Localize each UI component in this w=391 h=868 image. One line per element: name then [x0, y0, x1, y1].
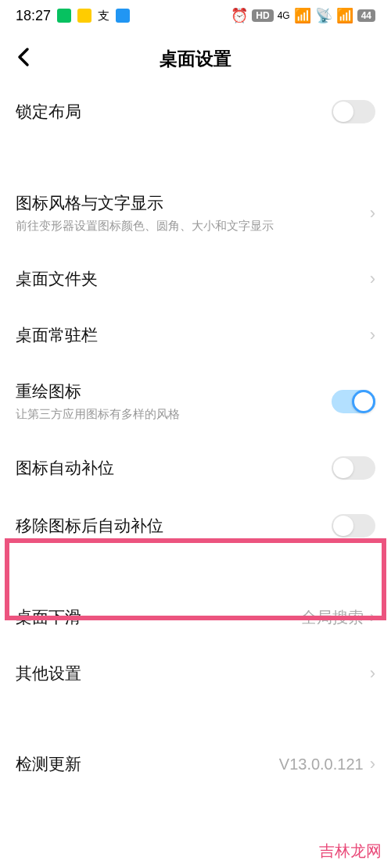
- row-redraw[interactable]: 重绘图标 让第三方应用图标有多样的风格: [16, 363, 375, 439]
- watermark: 吉林龙网: [319, 841, 382, 862]
- wifi-icon-2: 📶: [336, 7, 353, 24]
- row-autofill[interactable]: 图标自动补位: [16, 439, 375, 497]
- content: 锁定布局 图标风格与文字显示 前往变形器设置图标颜色、圆角、大小和文字显示 › …: [0, 86, 391, 792]
- app-icon-2: [116, 9, 130, 23]
- row-swipe-down[interactable]: 桌面下滑 全局搜索 ›: [16, 589, 375, 645]
- status-time: 18:27: [16, 8, 51, 24]
- row-folder[interactable]: 桌面文件夹 ›: [16, 251, 375, 307]
- chevron-right-icon: ›: [370, 269, 375, 289]
- chevron-right-icon: ›: [370, 607, 375, 627]
- wechat-icon: [57, 9, 71, 23]
- row-subtitle: 让第三方应用图标有多样的风格: [16, 407, 332, 422]
- row-value: 全局搜索: [301, 607, 364, 628]
- nav-bar: 桌面设置: [0, 31, 391, 86]
- hd-badge: HD: [252, 9, 273, 22]
- signal-icon: 📶: [294, 7, 311, 24]
- row-title: 其他设置: [16, 663, 370, 684]
- row-title: 图标自动补位: [16, 457, 332, 479]
- toggle-remove-autofill[interactable]: [332, 514, 375, 538]
- row-subtitle: 前往变形器设置图标颜色、圆角、大小和文字显示: [16, 219, 370, 234]
- toggle-lock-layout[interactable]: [332, 100, 375, 123]
- chevron-right-icon: ›: [370, 325, 375, 345]
- chevron-right-icon: ›: [370, 754, 375, 774]
- toggle-autofill[interactable]: [332, 456, 375, 480]
- row-icon-style[interactable]: 图标风格与文字显示 前往变形器设置图标颜色、圆角、大小和文字显示 ›: [16, 175, 375, 251]
- row-title: 锁定布局: [16, 101, 332, 123]
- status-right: ⏰ HD 4G 📶 📡 📶 44: [231, 7, 375, 24]
- chevron-right-icon: ›: [370, 203, 375, 223]
- row-title: 桌面文件夹: [16, 268, 370, 290]
- toggle-redraw[interactable]: [332, 390, 375, 413]
- row-title: 桌面下滑: [16, 606, 301, 628]
- row-update[interactable]: 检测更新 V13.0.0.121 ›: [16, 736, 375, 792]
- row-title: 移除图标后自动补位: [16, 515, 332, 537]
- row-title: 桌面常驻栏: [16, 324, 370, 346]
- alarm-icon: ⏰: [231, 7, 248, 24]
- row-lock-layout[interactable]: 锁定布局: [16, 86, 375, 141]
- battery-badge: 44: [357, 9, 375, 22]
- row-title: 重绘图标: [16, 380, 332, 402]
- row-remove-autofill[interactable]: 移除图标后自动补位: [16, 497, 375, 555]
- page-title: 桌面设置: [160, 47, 231, 71]
- row-title: 图标风格与文字显示: [16, 192, 370, 214]
- row-value: V13.0.0.121: [279, 755, 364, 773]
- row-title: 检测更新: [16, 753, 279, 775]
- status-left: 18:27 支: [16, 8, 130, 24]
- back-button[interactable]: [16, 46, 31, 72]
- app-icon: [77, 9, 91, 23]
- signal-4g: 4G: [278, 10, 290, 21]
- alipay-icon: 支: [98, 9, 109, 23]
- row-dock[interactable]: 桌面常驻栏 ›: [16, 307, 375, 363]
- status-bar: 18:27 支 ⏰ HD 4G 📶 📡 📶 44: [0, 0, 391, 31]
- chevron-right-icon: ›: [370, 663, 375, 684]
- row-other[interactable]: 其他设置 ›: [16, 645, 375, 702]
- wifi-icon: 📡: [315, 7, 332, 24]
